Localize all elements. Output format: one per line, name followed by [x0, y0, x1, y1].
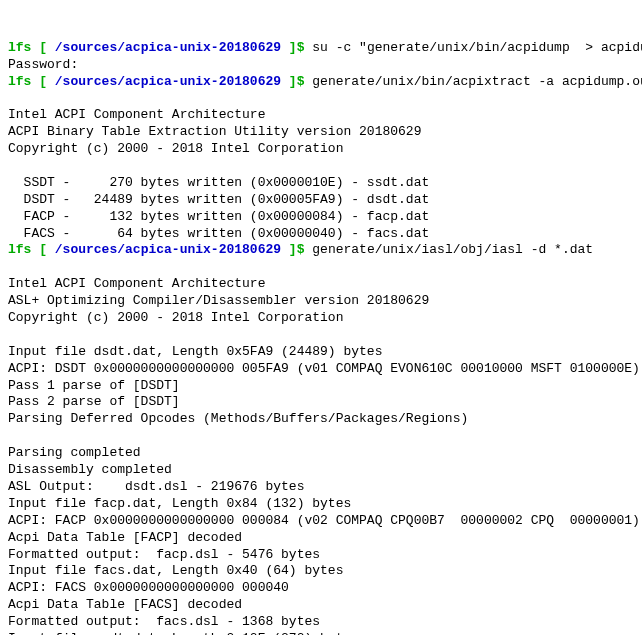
terminal-output: lfs [ /sources/acpica-unix-20180629 ]$ s… [8, 40, 634, 635]
decoded-facp: Acpi Data Table [FACP] decoded [8, 530, 242, 545]
output-facp: Formatted output: facp.dsl - 5476 bytes [8, 547, 320, 562]
table-line-facs: FACS - 64 bytes written (0x00000040) - f… [8, 226, 429, 241]
acpi-facp: ACPI: FACP 0x0000000000000000 000084 (v0… [8, 513, 640, 528]
pass1-dsdt: Pass 1 parse of [DSDT] [8, 378, 180, 393]
command-3: generate/unix/iasl/obj/iasl -d *.dat [312, 242, 593, 257]
table-line-facp: FACP - 132 bytes written (0x00000084) - … [8, 209, 429, 224]
prompt-user: lfs [8, 40, 31, 55]
input-dsdt: Input file dsdt.dat, Length 0x5FA9 (2448… [8, 344, 382, 359]
prompt-1: lfs [ /sources/acpica-unix-20180629 ]$ [8, 40, 312, 55]
copyright-1: Copyright (c) 2000 - 2018 Intel Corporat… [8, 141, 343, 156]
header-arch-1: Intel ACPI Component Architecture [8, 107, 265, 122]
pass2-dsdt: Pass 2 parse of [DSDT] [8, 394, 180, 409]
table-line-ssdt: SSDT - 270 bytes written (0x0000010E) - … [8, 175, 429, 190]
prompt-2: lfs [ /sources/acpica-unix-20180629 ]$ [8, 74, 312, 89]
header-util-extract: ACPI Binary Table Extraction Utility ver… [8, 124, 421, 139]
decoded-facs: Acpi Data Table [FACS] decoded [8, 597, 242, 612]
output-dsdt: ASL Output: dsdt.dsl - 219676 bytes [8, 479, 304, 494]
command-2: generate/unix/bin/acpixtract -a acpidump… [312, 74, 642, 89]
prompt-lb: [ [31, 40, 54, 55]
acpi-dsdt: ACPI: DSDT 0x0000000000000000 005FA9 (v0… [8, 361, 640, 376]
copyright-2: Copyright (c) 2000 - 2018 Intel Corporat… [8, 310, 343, 325]
acpi-facs: ACPI: FACS 0x0000000000000000 000040 [8, 580, 289, 595]
password-prompt: Password: [8, 57, 78, 72]
input-ssdt: Input file ssdt.dat, Length 0x10E (270) … [8, 631, 359, 635]
prompt-path: /sources/acpica-unix-20180629 [55, 40, 281, 55]
prompt-3: lfs [ /sources/acpica-unix-20180629 ]$ [8, 242, 312, 257]
header-arch-2: Intel ACPI Component Architecture [8, 276, 265, 291]
header-util-iasl: ASL+ Optimizing Compiler/Disassembler ve… [8, 293, 429, 308]
table-line-dsdt: DSDT - 24489 bytes written (0x00005FA9) … [8, 192, 429, 207]
command-1: su -c "generate/unix/bin/acpidump > acpi… [312, 40, 642, 55]
disasm-completed-1: Disassembly completed [8, 462, 172, 477]
input-facs: Input file facs.dat, Length 0x40 (64) by… [8, 563, 343, 578]
deferred-1: Parsing Deferred Opcodes (Methods/Buffer… [8, 411, 468, 426]
output-facs: Formatted output: facs.dsl - 1368 bytes [8, 614, 320, 629]
input-facp: Input file facp.dat, Length 0x84 (132) b… [8, 496, 351, 511]
parsing-completed-1: Parsing completed [8, 445, 141, 460]
prompt-rb: ]$ [281, 40, 312, 55]
